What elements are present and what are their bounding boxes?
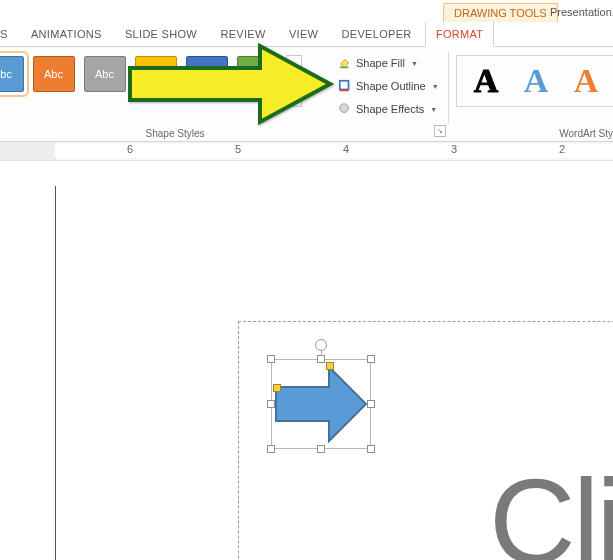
shape-style-4[interactable]: Abc: [133, 55, 178, 93]
shape-style-2[interactable]: Abc: [31, 55, 76, 93]
ruler-mark: 5: [235, 143, 241, 155]
gallery-expand-icon[interactable]: ▾: [287, 90, 301, 106]
shape-style-5[interactable]: Abc: [184, 55, 229, 93]
resize-handle-br[interactable]: [367, 445, 375, 453]
shape-style-gallery-scroll[interactable]: ▲ ▼ ▾: [286, 55, 302, 107]
shape-outline-label: Shape Outline: [356, 80, 426, 92]
contextual-bar: DRAWING TOOLS Presentation1: [0, 0, 613, 22]
paint-bucket-icon: [338, 56, 352, 70]
resize-handle-tr[interactable]: [367, 355, 375, 363]
resize-handle-mr[interactable]: [367, 400, 375, 408]
contextual-tab-drawing-tools: DRAWING TOOLS: [443, 3, 558, 22]
svg-rect-0: [340, 67, 349, 69]
wordart-style-2[interactable]: A: [515, 62, 557, 100]
svg-rect-2: [340, 90, 349, 92]
tab-animations[interactable]: ANIMATIONS: [21, 22, 112, 46]
tab-developer[interactable]: DEVELOPER: [332, 22, 422, 46]
tab-review[interactable]: REVIEW: [210, 22, 275, 46]
tab-cut[interactable]: S: [0, 22, 18, 46]
shape-effects-label: Shape Effects: [356, 103, 424, 115]
outline-icon: [338, 79, 352, 93]
gallery-scroll-down-icon[interactable]: ▼: [287, 73, 301, 90]
placeholder-text: Clic: [489, 452, 613, 560]
tab-slideshow[interactable]: SLIDE SHOW: [115, 22, 207, 46]
resize-handle-ml[interactable]: [267, 400, 275, 408]
shape-style-6[interactable]: Abc: [235, 55, 280, 93]
ruler-mark: 2: [559, 143, 565, 155]
resize-handle-tm[interactable]: [317, 355, 325, 363]
ruler-mark: 6: [127, 143, 133, 155]
shape-styles-dialog-launcher[interactable]: ↘: [434, 125, 446, 137]
wordart-group-label: WordArt Sty: [520, 128, 613, 139]
shape-fill-label: Shape Fill: [356, 57, 405, 69]
shape-style-3[interactable]: Abc: [82, 55, 127, 93]
ribbon-body: Abc Abc Abc Abc Abc Abc ▲ ▼ ▾: [0, 47, 613, 142]
shape-styles-gallery[interactable]: Abc Abc Abc Abc Abc Abc ▲ ▼ ▾: [0, 55, 302, 107]
presentation-title: Presentation1: [550, 3, 613, 21]
gallery-scroll-up-icon[interactable]: ▲: [287, 56, 301, 73]
rotate-handle[interactable]: [315, 339, 327, 351]
effects-icon: [338, 102, 352, 116]
group-separator: [448, 52, 449, 123]
shape-effects-button[interactable]: Shape Effects ▼: [336, 99, 441, 119]
resize-handle-bl[interactable]: [267, 445, 275, 453]
ruler-mark: 3: [451, 143, 457, 155]
dropdown-icon: ▼: [432, 83, 439, 90]
adjust-handle[interactable]: [326, 362, 334, 370]
tab-view[interactable]: VIEW: [279, 22, 328, 46]
ruler-gutter: [0, 142, 56, 160]
shape-fill-button[interactable]: Shape Fill ▼: [336, 53, 441, 73]
svg-point-3: [340, 104, 349, 113]
shape-outline-button[interactable]: Shape Outline ▼: [336, 76, 441, 96]
wordart-style-3[interactable]: A: [565, 62, 607, 100]
adjust-handle[interactable]: [273, 384, 281, 392]
shape-style-1[interactable]: Abc: [0, 55, 25, 93]
shape-commands: Shape Fill ▼ Shape Outline ▼ Shape Effec…: [336, 53, 441, 119]
slide-pane[interactable]: Clic: [56, 186, 613, 560]
svg-rect-1: [340, 81, 349, 90]
tab-format[interactable]: FORMAT: [425, 22, 494, 47]
resize-handle-bm[interactable]: [317, 445, 325, 453]
dropdown-icon: ▼: [430, 106, 437, 113]
ruler-mark: 4: [343, 143, 349, 155]
ruler-strip[interactable]: 6 5 4 3 2: [55, 144, 613, 158]
horizontal-ruler: 6 5 4 3 2: [0, 142, 613, 161]
resize-handle-tl[interactable]: [267, 355, 275, 363]
slide-workspace[interactable]: Clic: [0, 161, 613, 560]
selected-shape-arrow[interactable]: [271, 359, 371, 449]
dropdown-icon: ▼: [411, 60, 418, 67]
wordart-styles-gallery[interactable]: A A A: [456, 55, 613, 107]
shape-styles-group-label: Shape Styles: [100, 128, 250, 139]
wordart-style-1[interactable]: A: [465, 62, 507, 100]
right-arrow-shape-icon[interactable]: [271, 359, 371, 449]
ribbon-tabs: S ANIMATIONS SLIDE SHOW REVIEW VIEW DEVE…: [0, 22, 613, 47]
